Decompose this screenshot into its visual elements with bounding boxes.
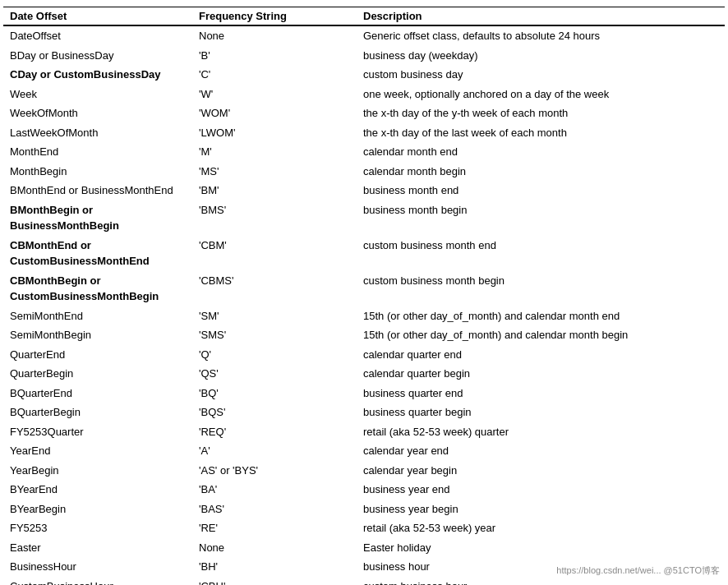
table-row: WeekOfMonth'WOM'the x-th day of the y-th… xyxy=(3,104,725,123)
cell-offset: BYearBegin xyxy=(3,500,192,519)
cell-offset: BusinessHour xyxy=(3,557,192,577)
cell-freq: 'M' xyxy=(192,142,357,162)
table-row: BDay or BusinessDay'B'business day (week… xyxy=(3,46,725,66)
cell-freq: 'A' xyxy=(192,441,357,461)
cell-offset: BMonthEnd or BusinessMonthEnd xyxy=(3,181,192,200)
cell-desc: the x-th day of the last week of each mo… xyxy=(357,123,725,143)
cell-freq: 'CBM' xyxy=(192,236,357,271)
header-date-offset: Date Offset xyxy=(3,7,192,26)
table-row: Week'W'one week, optionally anchored on … xyxy=(3,85,725,104)
cell-offset: YearEnd xyxy=(3,441,192,461)
cell-freq: 'SMS' xyxy=(192,325,357,345)
cell-freq: 'REQ' xyxy=(192,422,357,442)
cell-desc: 15th (or other day_of_month) and calenda… xyxy=(357,325,725,345)
watermark: https://blog.csdn.net/wei... @51CTO博客 xyxy=(556,564,720,577)
cell-freq: 'W' xyxy=(192,85,357,104)
main-container: Date Offset Frequency String Description… xyxy=(0,0,728,585)
cell-desc: custom business day xyxy=(357,65,725,85)
table-body: DateOffsetNoneGeneric offset class, defa… xyxy=(3,25,725,585)
cell-desc: 15th (or other day_of_month) and calenda… xyxy=(357,306,725,326)
cell-freq: 'BM' xyxy=(192,181,357,200)
cell-desc: Easter holiday xyxy=(357,538,725,558)
table-row: BMonthEnd or BusinessMonthEnd'BM'busines… xyxy=(3,181,725,200)
cell-desc: custom business month end xyxy=(357,236,725,271)
cell-freq: 'BQ' xyxy=(192,384,357,403)
cell-desc: custom business hour xyxy=(357,577,725,586)
cell-offset: MonthEnd xyxy=(3,142,192,162)
header-description: Description xyxy=(357,7,725,26)
cell-offset: Week xyxy=(3,85,192,104)
cell-freq: 'WOM' xyxy=(192,104,357,123)
cell-desc: business year end xyxy=(357,480,725,500)
cell-freq: 'MS' xyxy=(192,162,357,182)
cell-desc: business quarter end xyxy=(357,384,725,403)
table-row: YearEnd'A'calendar year end xyxy=(3,441,725,461)
cell-freq: 'BA' xyxy=(192,480,357,500)
cell-offset: BYearEnd xyxy=(3,480,192,500)
cell-desc: business month begin xyxy=(357,200,725,236)
cell-desc: Generic offset class, defaults to absolu… xyxy=(357,25,725,46)
table-row: MonthEnd'M'calendar month end xyxy=(3,142,725,162)
cell-desc: calendar year begin xyxy=(357,461,725,481)
cell-freq: None xyxy=(192,538,357,558)
cell-offset: Easter xyxy=(3,538,192,558)
table-row: BQuarterBegin'BQS'business quarter begin xyxy=(3,403,725,422)
cell-freq: 'BMS' xyxy=(192,200,357,236)
table-row: BQuarterEnd'BQ'business quarter end xyxy=(3,384,725,403)
cell-offset: FY5253Quarter xyxy=(3,422,192,442)
date-offset-table: Date Offset Frequency String Description… xyxy=(3,7,725,585)
cell-desc: one week, optionally anchored on a day o… xyxy=(357,85,725,104)
table-header-row: Date Offset Frequency String Description xyxy=(3,7,725,26)
cell-freq: 'RE' xyxy=(192,518,357,538)
cell-offset: WeekOfMonth xyxy=(3,104,192,123)
header-frequency-string: Frequency String xyxy=(192,7,357,26)
cell-offset: DateOffset xyxy=(3,25,192,46)
table-row: FY5253'RE'retail (aka 52-53 week) year xyxy=(3,518,725,538)
cell-offset: BQuarterBegin xyxy=(3,403,192,422)
cell-desc: calendar quarter end xyxy=(357,345,725,365)
cell-offset: BMonthBegin or BusinessMonthBegin xyxy=(3,200,192,236)
table-row: YearBegin'AS' or 'BYS'calendar year begi… xyxy=(3,461,725,481)
cell-offset: MonthBegin xyxy=(3,162,192,182)
cell-freq: 'C' xyxy=(192,65,357,85)
cell-desc: calendar month begin xyxy=(357,162,725,182)
table-row: SemiMonthEnd'SM'15th (or other day_of_mo… xyxy=(3,306,725,326)
cell-freq: 'CBMS' xyxy=(192,271,357,306)
table-row: EasterNoneEaster holiday xyxy=(3,538,725,558)
cell-freq: 'BAS' xyxy=(192,500,357,519)
cell-offset: CDay or CustomBusinessDay xyxy=(3,65,192,85)
cell-freq: 'B' xyxy=(192,46,357,66)
cell-offset: YearBegin xyxy=(3,461,192,481)
cell-offset: BQuarterEnd xyxy=(3,384,192,403)
cell-offset: SemiMonthBegin xyxy=(3,325,192,345)
table-row: BMonthBegin or BusinessMonthBegin'BMS'bu… xyxy=(3,200,725,236)
cell-desc: business year begin xyxy=(357,500,725,519)
cell-desc: calendar quarter begin xyxy=(357,364,725,384)
cell-desc: custom business month begin xyxy=(357,271,725,306)
cell-offset: CBMonthEnd or CustomBusinessMonthEnd xyxy=(3,236,192,271)
table-row: CBMonthBegin or CustomBusinessMonthBegin… xyxy=(3,271,725,306)
cell-desc: business day (weekday) xyxy=(357,46,725,66)
cell-desc: business month end xyxy=(357,181,725,200)
table-row: DateOffsetNoneGeneric offset class, defa… xyxy=(3,25,725,46)
cell-freq: 'AS' or 'BYS' xyxy=(192,461,357,481)
cell-offset: QuarterEnd xyxy=(3,345,192,365)
cell-desc: the x-th day of the y-th week of each mo… xyxy=(357,104,725,123)
cell-desc: retail (aka 52-53 week) year xyxy=(357,518,725,538)
cell-freq: 'LWOM' xyxy=(192,123,357,143)
table-row: CustomBusinessHour'CBH'custom business h… xyxy=(3,577,725,586)
table-row: QuarterBegin'QS'calendar quarter begin xyxy=(3,364,725,384)
table-row: FY5253Quarter'REQ'retail (aka 52-53 week… xyxy=(3,422,725,442)
cell-freq: 'SM' xyxy=(192,306,357,326)
cell-desc: calendar year end xyxy=(357,441,725,461)
cell-offset: CustomBusinessHour xyxy=(3,577,192,586)
cell-freq: 'CBH' xyxy=(192,577,357,586)
table-row: CDay or CustomBusinessDay'C'custom busin… xyxy=(3,65,725,85)
cell-freq: 'QS' xyxy=(192,364,357,384)
table-row: MonthBegin'MS'calendar month begin xyxy=(3,162,725,182)
cell-freq: None xyxy=(192,25,357,46)
cell-freq: 'BQS' xyxy=(192,403,357,422)
cell-offset: CBMonthBegin or CustomBusinessMonthBegin xyxy=(3,271,192,306)
cell-freq: 'BH' xyxy=(192,557,357,577)
table-row: BYearEnd'BA'business year end xyxy=(3,480,725,500)
